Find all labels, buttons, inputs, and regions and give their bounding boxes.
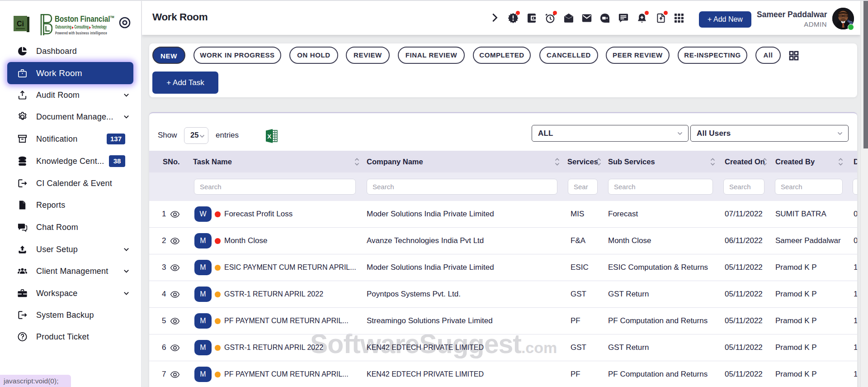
svg-text:X: X (267, 133, 271, 140)
svg-text:Ci: Ci (17, 20, 24, 28)
